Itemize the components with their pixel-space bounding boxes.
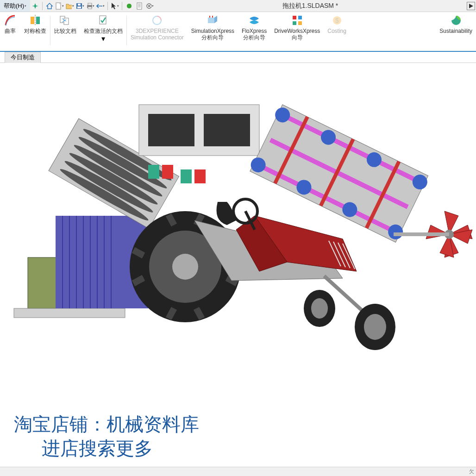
save-icon[interactable]: ▾	[76, 2, 84, 10]
settings-icon[interactable]: ▾	[145, 2, 154, 10]
svg-point-91	[364, 314, 386, 340]
status-bar: 欠	[0, 467, 476, 476]
svg-rect-5	[88, 3, 92, 5]
simulationxpress-button[interactable]: SimulationXpress 分析向导	[188, 14, 238, 50]
svg-rect-20	[100, 16, 106, 24]
ribbon-label: 对称检查	[24, 28, 46, 34]
chevron-down-icon: ▾	[93, 4, 94, 8]
floxpress-button[interactable]: FloXpress 分析向导	[238, 14, 270, 50]
chevron-down-icon: ▾	[103, 4, 105, 8]
chevron-down-icon: ▾	[101, 34, 105, 43]
divider	[122, 2, 122, 10]
tab-label: 今日制造	[11, 53, 35, 62]
driveworksxpress-button[interactable]: DriveWorksXpress 向导	[270, 14, 324, 50]
compare-icon	[59, 14, 72, 27]
svg-rect-70	[181, 169, 192, 183]
sustain-icon	[450, 14, 463, 27]
curvature-icon	[4, 14, 17, 27]
curvature-button[interactable]: 曲率	[0, 14, 20, 50]
svg-rect-26	[298, 21, 302, 25]
svg-rect-67	[204, 114, 250, 146]
svg-rect-69	[162, 165, 173, 179]
svg-rect-9	[137, 3, 142, 9]
symmetry-icon	[29, 14, 42, 27]
ribbon-label: Sustainability	[439, 28, 472, 34]
svg-rect-6	[88, 7, 92, 9]
options-icon[interactable]	[135, 2, 144, 10]
svg-rect-23	[293, 16, 296, 19]
home-icon[interactable]	[45, 2, 54, 10]
open-icon[interactable]: ▾	[66, 2, 74, 10]
status-text: 欠	[469, 468, 474, 475]
chevron-down-icon: ▾	[152, 4, 154, 8]
tab-strip: 今日制造	[0, 52, 476, 63]
rebuild-icon[interactable]	[125, 2, 133, 10]
svg-rect-66	[148, 114, 194, 146]
simx-icon	[206, 14, 219, 27]
document-title: 拖拉机1.SLDASM *	[155, 2, 466, 10]
pin-icon[interactable]	[31, 2, 39, 10]
dwx-icon	[291, 14, 304, 27]
ribbon-label: DriveWorksXpress 向导	[274, 28, 320, 41]
chevron-down-icon: ▾	[117, 4, 119, 8]
ribbon-label: Costing	[327, 28, 346, 34]
help-menu[interactable]: 帮助(H) ▾	[0, 0, 30, 12]
ribbon-label: 检查激活的文档	[84, 28, 123, 34]
menu-bar: 帮助(H) ▾ ▾ ▾ ▾ ▾ ▾ ▾ ▾ 拖拉机1.SLDASM	[0, 0, 476, 12]
costing-button[interactable]: $ Costing	[324, 14, 350, 50]
watermark-line2: 进店搜索更多	[14, 436, 199, 460]
viewport-3d[interactable]: 淘宝店铺：机械资料库 进店搜索更多	[0, 63, 476, 465]
model-tractor-assembly	[0, 63, 476, 396]
svg-rect-3	[78, 4, 81, 6]
ribbon-label: 3DEXPERIENCE Simulation Connector	[131, 28, 184, 41]
new-icon[interactable]: ▾	[56, 2, 64, 10]
svg-rect-24	[298, 16, 302, 19]
check-active-doc-button[interactable]: 检查激活的文档 ▾	[80, 14, 126, 50]
sustainability-button[interactable]: Sustainability	[436, 14, 476, 50]
tab-today-manufacture[interactable]: 今日制造	[5, 52, 41, 63]
chevron-down-icon: ▾	[72, 4, 74, 8]
flox-icon	[248, 14, 261, 27]
play-icon[interactable]	[467, 2, 475, 10]
svg-point-8	[127, 4, 132, 8]
svg-rect-2	[77, 6, 81, 8]
compare-docs-button[interactable]: 比较文档	[50, 14, 80, 50]
check-doc-icon	[97, 14, 110, 27]
svg-point-74	[172, 254, 198, 280]
svg-point-93	[311, 298, 328, 319]
svg-rect-25	[293, 21, 296, 25]
print-icon[interactable]: ▾	[86, 2, 94, 10]
svg-rect-16	[36, 17, 40, 24]
svg-rect-68	[148, 165, 159, 179]
chevron-down-icon: ▾	[62, 4, 64, 8]
chevron-down-icon: ▾	[25, 4, 26, 8]
divider	[107, 2, 108, 10]
symmetry-check-button[interactable]: 对称检查	[20, 14, 50, 50]
ribbon: 曲率 对称检查 比较文档 检查激活的文档 ▾ 3DEXPERIENCE Simu…	[0, 12, 476, 52]
svg-rect-71	[194, 169, 206, 183]
watermark: 淘宝店铺：机械资料库 进店搜索更多	[14, 412, 199, 460]
svg-rect-22	[208, 18, 214, 23]
ribbon-label: SimulationXpress 分析向导	[191, 28, 234, 41]
svg-rect-15	[31, 17, 34, 24]
svg-point-14	[148, 5, 150, 7]
costing-icon: $	[331, 14, 344, 27]
chevron-down-icon: ▾	[82, 4, 84, 8]
select-icon[interactable]: ▾	[111, 2, 119, 10]
3dexperience-button[interactable]: 3DEXPERIENCE Simulation Connector	[127, 14, 188, 50]
svg-text:$: $	[335, 17, 339, 24]
ribbon-label: 比较文档	[54, 28, 76, 34]
watermark-line1: 淘宝店铺：机械资料库	[14, 412, 199, 436]
ribbon-label: 曲率	[5, 28, 16, 34]
divider	[42, 2, 43, 10]
ribbon-label: FloXpress 分析向导	[242, 28, 267, 41]
help-menu-label: 帮助(H)	[4, 2, 24, 10]
undo-icon[interactable]: ▾	[96, 2, 105, 10]
3dx-icon	[150, 14, 163, 27]
svg-rect-48	[14, 308, 125, 318]
